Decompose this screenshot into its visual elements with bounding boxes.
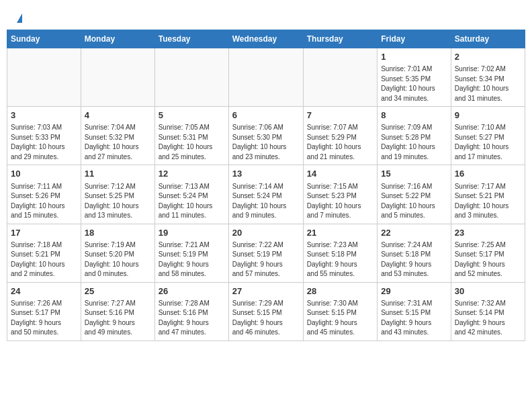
calendar-cell: 16Sunrise: 7:17 AM Sunset: 5:21 PM Dayli… [451,165,525,224]
calendar-cell: 29Sunrise: 7:31 AM Sunset: 5:15 PM Dayli… [378,282,451,340]
calendar-cell: 9Sunrise: 7:10 AM Sunset: 5:27 PM Daylig… [451,107,525,165]
day-info: Sunrise: 7:02 AM Sunset: 5:34 PM Dayligh… [455,64,521,103]
calendar-cell [81,48,154,107]
day-info: Sunrise: 7:11 AM Sunset: 5:26 PM Dayligh… [11,182,77,221]
calendar-cell: 14Sunrise: 7:15 AM Sunset: 5:23 PM Dayli… [303,165,377,224]
day-number: 9 [455,109,521,122]
day-number: 11 [85,168,151,180]
calendar-cell: 11Sunrise: 7:12 AM Sunset: 5:25 PM Dayli… [81,165,154,224]
day-number: 14 [307,168,373,180]
day-number: 5 [159,109,225,122]
calendar-cell: 6Sunrise: 7:06 AM Sunset: 5:30 PM Daylig… [228,107,303,165]
calendar-cell: 27Sunrise: 7:29 AM Sunset: 5:15 PM Dayli… [228,282,303,340]
calendar-cell: 25Sunrise: 7:27 AM Sunset: 5:16 PM Dayli… [81,282,154,340]
calendar-header: SundayMondayTuesdayWednesdayThursdayFrid… [7,30,525,48]
calendar-body: 1Sunrise: 7:01 AM Sunset: 5:35 PM Daylig… [7,48,525,341]
day-number: 19 [159,227,225,239]
calendar-cell: 8Sunrise: 7:09 AM Sunset: 5:28 PM Daylig… [378,107,451,165]
day-info: Sunrise: 7:13 AM Sunset: 5:24 PM Dayligh… [159,182,225,221]
day-number: 20 [232,227,300,239]
day-header-tuesday: Tuesday [154,30,228,48]
day-info: Sunrise: 7:22 AM Sunset: 5:19 PM Dayligh… [232,240,300,279]
day-info: Sunrise: 7:29 AM Sunset: 5:15 PM Dayligh… [232,299,300,338]
day-info: Sunrise: 7:10 AM Sunset: 5:27 PM Dayligh… [455,123,521,162]
day-info: Sunrise: 7:04 AM Sunset: 5:32 PM Dayligh… [85,123,151,162]
calendar-cell: 19Sunrise: 7:21 AM Sunset: 5:19 PM Dayli… [154,224,228,282]
calendar-cell: 24Sunrise: 7:26 AM Sunset: 5:17 PM Dayli… [7,282,81,340]
day-info: Sunrise: 7:30 AM Sunset: 5:15 PM Dayligh… [307,299,373,338]
day-number: 3 [11,109,77,122]
calendar-week-5: 24Sunrise: 7:26 AM Sunset: 5:17 PM Dayli… [7,282,525,340]
day-info: Sunrise: 7:18 AM Sunset: 5:21 PM Dayligh… [11,240,77,279]
calendar-cell [154,48,228,107]
day-info: Sunrise: 7:24 AM Sunset: 5:18 PM Dayligh… [381,240,447,279]
calendar-cell: 26Sunrise: 7:28 AM Sunset: 5:16 PM Dayli… [154,282,228,340]
day-number: 25 [85,285,151,298]
day-number: 10 [11,168,77,180]
calendar-cell: 17Sunrise: 7:18 AM Sunset: 5:21 PM Dayli… [7,224,81,282]
day-number: 22 [381,227,447,239]
calendar-cell: 5Sunrise: 7:05 AM Sunset: 5:31 PM Daylig… [154,107,228,165]
calendar-cell: 21Sunrise: 7:23 AM Sunset: 5:18 PM Dayli… [303,224,377,282]
day-header-friday: Friday [378,30,451,48]
page-header [7,7,525,26]
day-header-wednesday: Wednesday [228,30,303,48]
calendar-cell [228,48,303,107]
day-info: Sunrise: 7:27 AM Sunset: 5:16 PM Dayligh… [85,299,151,338]
calendar-cell: 15Sunrise: 7:16 AM Sunset: 5:22 PM Dayli… [378,165,451,224]
calendar-cell [7,48,81,107]
day-info: Sunrise: 7:16 AM Sunset: 5:22 PM Dayligh… [381,182,447,221]
day-number: 1 [381,51,447,63]
calendar-week-4: 17Sunrise: 7:18 AM Sunset: 5:21 PM Dayli… [7,224,525,282]
logo-triangle-icon [17,13,22,23]
day-info: Sunrise: 7:28 AM Sunset: 5:16 PM Dayligh… [159,299,225,338]
calendar-week-2: 3Sunrise: 7:03 AM Sunset: 5:33 PM Daylig… [7,107,525,165]
calendar-table: SundayMondayTuesdayWednesdayThursdayFrid… [7,30,525,341]
day-info: Sunrise: 7:23 AM Sunset: 5:18 PM Dayligh… [307,240,373,279]
day-number: 15 [381,168,447,180]
day-info: Sunrise: 7:15 AM Sunset: 5:23 PM Dayligh… [307,182,373,221]
days-of-week-row: SundayMondayTuesdayWednesdayThursdayFrid… [7,30,525,48]
day-header-monday: Monday [81,30,154,48]
day-number: 8 [381,109,447,122]
calendar-cell: 4Sunrise: 7:04 AM Sunset: 5:32 PM Daylig… [81,107,154,165]
logo [13,13,22,23]
day-number: 2 [455,51,521,63]
day-number: 23 [455,227,521,239]
calendar-cell [303,48,377,107]
calendar-cell: 10Sunrise: 7:11 AM Sunset: 5:26 PM Dayli… [7,165,81,224]
calendar-cell: 23Sunrise: 7:25 AM Sunset: 5:17 PM Dayli… [451,224,525,282]
day-number: 21 [307,227,373,239]
calendar-cell: 22Sunrise: 7:24 AM Sunset: 5:18 PM Dayli… [378,224,451,282]
calendar-cell: 7Sunrise: 7:07 AM Sunset: 5:29 PM Daylig… [303,107,377,165]
day-header-thursday: Thursday [303,30,377,48]
day-number: 28 [307,285,373,298]
day-info: Sunrise: 7:12 AM Sunset: 5:25 PM Dayligh… [85,182,151,221]
day-number: 18 [85,227,151,239]
calendar-cell: 3Sunrise: 7:03 AM Sunset: 5:33 PM Daylig… [7,107,81,165]
day-info: Sunrise: 7:05 AM Sunset: 5:31 PM Dayligh… [159,123,225,162]
day-number: 26 [159,285,225,298]
day-info: Sunrise: 7:25 AM Sunset: 5:17 PM Dayligh… [455,240,521,279]
day-number: 16 [455,168,521,180]
day-number: 12 [159,168,225,180]
calendar-cell: 28Sunrise: 7:30 AM Sunset: 5:15 PM Dayli… [303,282,377,340]
calendar-cell: 1Sunrise: 7:01 AM Sunset: 5:35 PM Daylig… [378,48,451,107]
calendar-week-3: 10Sunrise: 7:11 AM Sunset: 5:26 PM Dayli… [7,165,525,224]
day-number: 13 [232,168,300,180]
calendar-cell: 30Sunrise: 7:32 AM Sunset: 5:14 PM Dayli… [451,282,525,340]
day-number: 30 [455,285,521,298]
calendar-cell: 18Sunrise: 7:19 AM Sunset: 5:20 PM Dayli… [81,224,154,282]
day-info: Sunrise: 7:31 AM Sunset: 5:15 PM Dayligh… [381,299,447,338]
day-info: Sunrise: 7:21 AM Sunset: 5:19 PM Dayligh… [159,240,225,279]
day-number: 29 [381,285,447,298]
calendar-cell: 20Sunrise: 7:22 AM Sunset: 5:19 PM Dayli… [228,224,303,282]
calendar-cell: 13Sunrise: 7:14 AM Sunset: 5:24 PM Dayli… [228,165,303,224]
day-info: Sunrise: 7:01 AM Sunset: 5:35 PM Dayligh… [381,64,447,103]
calendar-cell: 12Sunrise: 7:13 AM Sunset: 5:24 PM Dayli… [154,165,228,224]
day-header-saturday: Saturday [451,30,525,48]
day-info: Sunrise: 7:19 AM Sunset: 5:20 PM Dayligh… [85,240,151,279]
day-info: Sunrise: 7:17 AM Sunset: 5:21 PM Dayligh… [455,182,521,221]
calendar-cell: 2Sunrise: 7:02 AM Sunset: 5:34 PM Daylig… [451,48,525,107]
day-info: Sunrise: 7:14 AM Sunset: 5:24 PM Dayligh… [232,182,300,221]
